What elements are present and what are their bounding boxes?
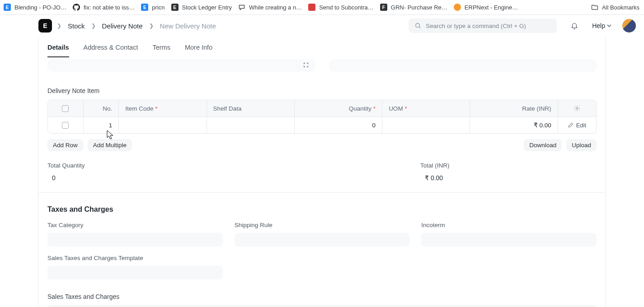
totals-row: Total Quantity 0 Total (INR) ₹ 0.00 [47,162,597,192]
search-placeholder: Search or type a command (Ctrl + G) [426,23,526,29]
taxes-field-row-2: Sales Taxes and Charges Template [47,255,597,279]
incoterm-input[interactable] [421,233,597,247]
tab-label: fix: not able to iss… [84,4,135,11]
notifications-button[interactable] [568,19,581,33]
collapsed-card-left [47,59,315,72]
tab-label: ERPNext - Engine… [465,4,518,11]
browser-tab[interactable]: Send to Subcontra… [308,4,374,11]
section-heading-taxes[interactable]: Taxes and Charges [47,205,597,214]
incoterm-label: Incoterm [421,222,597,228]
collapsed-card-right [329,59,597,72]
tab-details[interactable]: Details [47,44,69,57]
section-title-delivery-item: Delivery Note Item [47,87,597,94]
chevron-right-icon: ❯ [149,23,154,29]
global-search[interactable]: Search or type a command (Ctrl + G) [409,19,557,33]
tab-label: GRN- Purchase Re… [391,4,447,11]
header-item-code[interactable]: Item Code [119,100,207,116]
breadcrumb-link[interactable]: Stock [68,22,85,30]
items-grid: No. Item Code Shelf Data Quantity UOM Ra… [47,100,597,134]
favicon-chat-icon [238,4,245,11]
tab-label: Send to Subcontra… [319,4,374,11]
tab-more-info[interactable]: More Info [185,44,212,57]
breadcrumb: ❯ Stock ❯ Delivery Note ❯ New Delivery N… [57,22,216,30]
chevron-right-icon: ❯ [91,23,96,29]
expand-icon[interactable] [303,62,309,68]
grid-actions: Add Row Add Multiple Download Upload [47,139,597,151]
tab-label: Stock Ledger Entry [182,4,232,11]
upload-button[interactable]: Upload [566,139,597,151]
help-menu[interactable]: Help [592,22,611,29]
user-avatar[interactable] [622,19,636,33]
breadcrumb-link[interactable]: Delivery Note [102,22,143,30]
row-edit-button[interactable]: Edit [558,117,596,133]
search-icon [415,23,421,29]
browser-tab[interactable]: E Blending - PO-JO… [4,4,66,11]
browser-tabs-bar: E Blending - PO-JO… fix: not able to iss… [0,0,644,15]
cell-uom[interactable] [382,117,470,133]
gear-icon [574,105,580,112]
edit-label: Edit [576,122,586,129]
browser-tab[interactable]: ERPNext - Engine… [454,4,518,11]
total-qty-label: Total Quantity [47,162,420,169]
row-checkbox[interactable] [48,117,84,133]
section-title-sales-taxes: Sales Taxes and Charges [47,293,597,300]
svg-line-1 [419,27,421,28]
tax-category-input[interactable] [47,233,223,247]
shipping-rule-input[interactable] [235,233,410,247]
add-row-button[interactable]: Add Row [47,139,83,151]
browser-tab[interactable]: fix: not able to iss… [73,4,135,11]
all-bookmarks-label: All Bookmarks [602,4,639,11]
browser-tab[interactable]: E pricn [141,4,165,11]
breadcrumb-current: New Delivery Note [160,22,216,30]
tab-label: While creating a n… [249,4,302,11]
download-button[interactable]: Download [524,139,562,151]
shipping-rule-label: Shipping Rule [235,222,410,228]
all-bookmarks-button[interactable]: All Bookmarks [591,4,639,11]
tab-terms[interactable]: Terms [152,44,170,57]
header-select-all[interactable] [48,100,84,116]
doc-tabs: Details Address & Contact Terms More Inf… [38,37,606,57]
taxes-field-row: Tax Category Shipping Rule Incoterm [47,222,597,247]
help-label: Help [592,22,605,29]
chevron-right-icon: ❯ [57,23,61,29]
cell-shelf[interactable] [207,117,295,133]
svg-point-0 [416,23,420,28]
total-inr-value: ₹ 0.00 [420,174,597,181]
header-uom[interactable]: UOM [382,100,470,116]
tab-address-contact[interactable]: Address & Contact [84,44,138,57]
section-divider [38,192,606,193]
tax-category-label: Tax Category [47,222,223,228]
row-number: 1 [84,117,119,133]
cell-rate[interactable]: ₹ 0.00 [470,117,558,133]
grid-header-row: No. Item Code Shelf Data Quantity UOM Ra… [48,100,596,116]
browser-tab[interactable]: F GRN- Purchase Re… [380,4,447,11]
add-multiple-button[interactable]: Add Multiple [88,139,132,151]
grid-settings-button[interactable] [558,100,596,116]
grid-data-row[interactable]: 1 0 ₹ 0.00 Edit [48,116,596,133]
header-shelf[interactable]: Shelf Data [207,100,295,116]
cell-quantity[interactable]: 0 [295,117,382,133]
favicon-app-icon [308,4,315,11]
tax-template-input[interactable] [47,266,223,279]
browser-tab[interactable]: E Stock Ledger Entry [171,4,232,11]
header-rate[interactable]: Rate (INR) [470,100,558,116]
tab-label: pricn [152,4,165,11]
edit-icon [568,122,573,128]
chevron-down-icon [607,23,611,28]
app-logo[interactable]: E [38,19,52,33]
browser-tab[interactable]: While creating a n… [238,4,302,11]
tax-template-label: Sales Taxes and Charges Template [47,255,223,261]
favicon-app-icon [454,4,461,11]
page-body: Details Address & Contact Terms More Inf… [38,37,606,307]
cell-item-code[interactable] [119,117,207,133]
tab-label: Blending - PO-JO… [14,4,66,11]
app-header: E ❯ Stock ❯ Delivery Note ❯ New Delivery… [0,15,644,37]
total-qty-value: 0 [47,174,420,181]
header-quantity[interactable]: Quantity [295,100,382,116]
favicon-app-icon: E [171,4,179,11]
favicon-erpnext-icon: E [4,4,11,11]
bell-icon [570,22,578,30]
favicon-erpnext-icon: E [141,4,148,11]
svg-point-2 [576,107,578,109]
favicon-github-icon [73,4,80,11]
